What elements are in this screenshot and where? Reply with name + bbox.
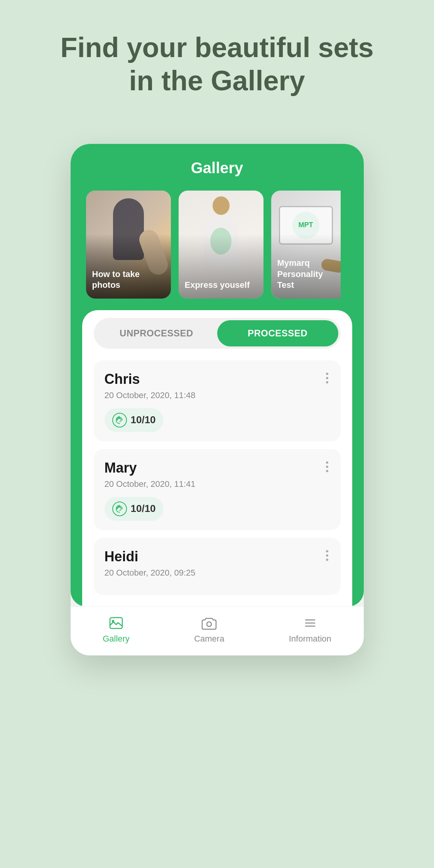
nav-item-gallery[interactable]: Gallery: [103, 615, 130, 644]
chris-info: Chris 20 October, 2020, 11:48: [105, 371, 196, 400]
nav-label-gallery: Gallery: [103, 634, 130, 644]
dot: [326, 381, 328, 383]
card-2-label: Express youself: [185, 280, 257, 291]
chris-more-button[interactable]: [324, 371, 330, 385]
heidi-more-button[interactable]: [324, 549, 330, 562]
dot: [326, 461, 328, 464]
person-card-heidi-header: Heidi 20 October, 2020, 09:25: [105, 549, 330, 578]
mary-score-badge: 10/10: [105, 497, 164, 521]
gallery-card-1[interactable]: How to take photos: [86, 191, 171, 299]
information-nav-icon: [302, 615, 319, 632]
gallery-header: Gallery How to take photos: [71, 144, 364, 606]
fingerprint-icon: [112, 502, 127, 516]
mary-name: Mary: [105, 460, 196, 476]
tab-processed[interactable]: PROCESSED: [217, 320, 338, 346]
nav-item-information[interactable]: Information: [289, 615, 331, 644]
dot: [326, 550, 328, 552]
person-card-mary: Mary 20 October, 2020, 11:41: [94, 449, 341, 530]
heidi-info: Heidi 20 October, 2020, 09:25: [105, 549, 196, 578]
dot: [326, 377, 328, 379]
nav-label-information: Information: [289, 634, 331, 644]
chris-name: Chris: [105, 371, 196, 387]
chris-score-badge: 10/10: [105, 408, 164, 432]
mary-date: 20 October, 2020, 11:41: [105, 479, 196, 489]
mary-more-button[interactable]: [324, 460, 330, 474]
camera-nav-icon: [201, 615, 218, 632]
chris-score: 10/10: [131, 414, 156, 426]
mary-info: Mary 20 October, 2020, 11:41: [105, 460, 196, 489]
person-card-mary-header: Mary 20 October, 2020, 11:41: [105, 460, 330, 489]
card-1-label: How to take photos: [92, 269, 165, 291]
gallery-nav-icon: [108, 615, 125, 632]
heidi-name: Heidi: [105, 549, 196, 565]
gallery-section-title: Gallery: [82, 159, 352, 177]
gallery-card-2[interactable]: Express youself: [179, 191, 263, 299]
svg-point-3: [112, 620, 114, 622]
svg-point-0: [113, 413, 127, 427]
content-section: UNPROCESSED PROCESSED Chris 20 October, …: [82, 310, 352, 606]
dot: [326, 373, 328, 375]
tab-unprocessed[interactable]: UNPROCESSED: [96, 320, 217, 346]
dot: [326, 559, 328, 561]
card-3-label: Mymarq Personality Test: [277, 258, 334, 291]
person-card-chris-header: Chris 20 October, 2020, 11:48: [105, 371, 330, 400]
page-title: Find your beautiful sets in the Gallery: [60, 31, 373, 98]
gallery-cards-row: How to take photos Express youself: [82, 191, 352, 299]
bottom-navigation: Gallery Camera Information: [71, 606, 364, 655]
gallery-card-3[interactable]: MPT Mymarq Personality Test: [271, 191, 341, 299]
dot: [326, 554, 328, 557]
phone-container: Gallery How to take photos: [71, 144, 364, 655]
heidi-date: 20 October, 2020, 09:25: [105, 568, 196, 578]
tab-switcher: UNPROCESSED PROCESSED: [94, 318, 341, 349]
nav-item-camera[interactable]: Camera: [194, 615, 224, 644]
person-card-heidi: Heidi 20 October, 2020, 09:25: [94, 538, 341, 595]
svg-point-1: [113, 502, 127, 516]
nav-label-camera: Camera: [194, 634, 224, 644]
fingerprint-icon: [112, 413, 127, 427]
chris-date: 20 October, 2020, 11:48: [105, 390, 196, 400]
dot: [326, 470, 328, 472]
svg-point-4: [207, 622, 211, 627]
dot: [326, 466, 328, 468]
person-card-chris: Chris 20 October, 2020, 11:48: [94, 360, 341, 441]
mary-score: 10/10: [131, 503, 156, 515]
